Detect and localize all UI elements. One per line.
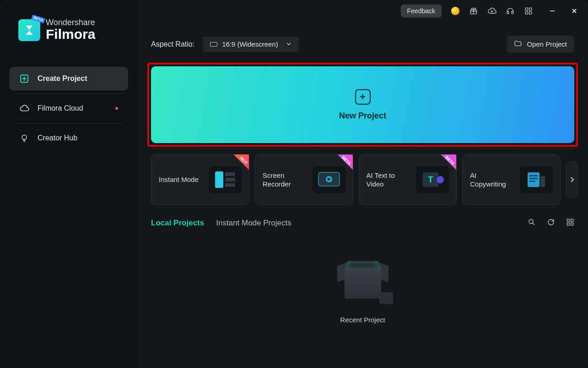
card-label: AI Text to Video [367,171,408,189]
svg-rect-11 [225,183,235,187]
svg-rect-7 [529,12,532,14]
sidebar-item-label: Create Project [38,75,87,83]
feedback-button[interactable]: Feedback [401,5,442,17]
svg-rect-6 [525,12,528,14]
main-area: Feedback Aspect Ratio: 16:9 (Widescreen)… [137,0,588,368]
svg-rect-24 [571,219,573,221]
svg-rect-17 [528,172,539,187]
svg-rect-18 [529,175,538,176]
svg-rect-8 [215,171,223,188]
window-controls [548,6,579,16]
card-instant-mode[interactable]: Instant Mode HOT [151,154,249,205]
close-icon[interactable] [570,6,579,16]
tab-local-projects[interactable]: Local Projects [151,219,204,228]
ai-copywriting-illustration [520,166,553,193]
svg-rect-5 [529,8,532,10]
sidebar-item-create-project[interactable]: Create Project [9,67,128,91]
sidebar: BETA Wondershare Filmora Create Project … [0,0,137,368]
sidebar-item-filmora-cloud[interactable]: Filmora Cloud [9,96,128,120]
empty-box-illustration [335,256,390,306]
title-bar: Feedback [137,0,588,22]
divider [14,123,124,123]
apps-grid-icon[interactable] [524,6,533,16]
svg-rect-4 [525,8,528,10]
divider [14,93,124,94]
svg-point-2 [22,135,27,139]
card-ai-copywriting[interactable]: AI Copywriting [462,154,561,205]
svg-text:T: T [428,175,433,184]
new-project-button[interactable]: + New Project [151,66,574,143]
profile-globe-icon[interactable] [451,6,460,16]
mode-cards-row: Instant Mode HOT Screen Recorder BETA AI… [151,154,578,205]
minimize-icon[interactable] [548,6,557,16]
aspect-ratio-select[interactable]: 16:9 (Widescreen) [203,37,299,52]
sidebar-item-creator-hub[interactable]: Creator Hub [9,126,128,150]
bulb-icon [19,133,29,143]
open-project-button[interactable]: Open Project [507,36,574,53]
aspect-rect-icon [210,42,217,47]
new-project-highlight: + New Project [147,63,578,147]
aspect-ratio-label: Aspect Ratio: [151,40,194,48]
cards-next-button[interactable] [566,161,578,198]
brand-logo: BETA Wondershare Filmora [9,18,128,42]
new-project-label: New Project [339,111,386,121]
search-icon[interactable] [528,218,536,228]
projects-toolbar [528,218,574,228]
card-screen-recorder[interactable]: Screen Recorder BETA [255,154,353,205]
app-window: BETA Wondershare Filmora Create Project … [0,0,588,368]
gift-icon[interactable] [469,6,478,16]
svg-rect-19 [529,178,538,179]
tab-instant-mode-projects[interactable]: Instant Mode Projects [216,219,291,228]
grid-view-icon[interactable] [566,218,574,228]
card-ai-text-to-video[interactable]: AI Text to Video T BETA [359,154,457,205]
aspect-ratio-value: 16:9 (Widescreen) [222,40,281,48]
folder-icon [514,39,522,49]
svg-rect-26 [571,223,573,225]
refresh-icon[interactable] [547,218,555,228]
recent-projects-empty: Recent Project [137,256,588,324]
svg-rect-21 [540,176,545,187]
card-label: Instant Mode [159,175,199,184]
plus-square-icon [19,74,29,84]
card-label: AI Copywriting [470,171,511,189]
sidebar-item-label: Creator Hub [38,134,77,142]
card-label: Screen Recorder [263,171,304,189]
sidebar-item-label: Filmora Cloud [38,104,83,112]
beta-tag: BETA [334,155,353,174]
svg-rect-23 [567,219,569,221]
svg-point-16 [437,176,444,183]
brand-bottom: Filmora [46,27,95,42]
headset-icon[interactable] [506,6,515,16]
hot-tag: HOT [230,155,249,174]
open-project-label: Open Project [527,40,567,48]
svg-rect-10 [225,178,235,181]
brand-top: Wondershare [46,18,95,27]
cloud-icon [19,103,29,113]
notification-dot [115,107,118,110]
plus-icon: + [355,89,371,105]
svg-rect-20 [529,181,535,182]
beta-tag: BETA [437,155,456,174]
recent-project-label: Recent Project [340,316,385,324]
chevron-down-icon [286,40,291,48]
cloud-download-icon[interactable] [487,6,496,16]
top-controls: Aspect Ratio: 16:9 (Widescreen) Open Pro… [137,22,588,53]
beta-badge: BETA [31,14,45,23]
svg-point-22 [529,219,533,224]
projects-tabs: Local Projects Instant Mode Projects [151,218,574,228]
svg-rect-25 [567,223,569,225]
logo-icon: BETA [18,19,40,41]
svg-marker-0 [26,26,32,35]
